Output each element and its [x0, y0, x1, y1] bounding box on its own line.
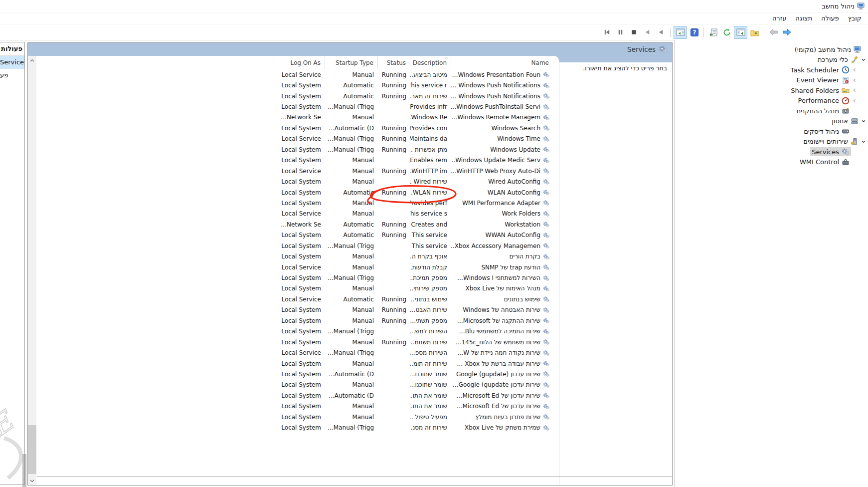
tree-item-label-wrap[interactable]: WMI Control [798, 158, 851, 167]
service-status[interactable] [377, 155, 410, 166]
service-log-on-as[interactable]: Local System [275, 422, 325, 433]
service-description[interactable]: שומר את התו… [410, 401, 451, 412]
service-name-cell[interactable]: Xbox Accessory Managemen… [451, 241, 553, 251]
service-status[interactable] [377, 422, 410, 433]
start-service-button[interactable] [655, 26, 667, 38]
service-name-cell[interactable]: WWAN AutoConfig [451, 230, 553, 241]
service-description[interactable]: מפעיל טיפול … [410, 412, 451, 422]
service-name-cell[interactable]: Windows PushToInstall Servi… [451, 101, 553, 112]
service-log-on-as[interactable]: Local System [275, 337, 325, 347]
service-log-on-as[interactable]: Network Se… [275, 219, 325, 230]
tree-item-label-wrap[interactable]: ניהול דיסקים [802, 127, 851, 136]
column-header-description[interactable]: Description [410, 56, 451, 69]
service-status[interactable] [377, 112, 410, 123]
service-description[interactable]: שימוש בנתוני… [410, 294, 451, 304]
service-name-cell[interactable]: שירות עדכון Google (gupdate) [451, 369, 553, 379]
service-log-on-as[interactable]: Local System [275, 187, 325, 198]
column-header-startup-type[interactable]: Startup Type [325, 56, 377, 69]
pause-service-button[interactable] [614, 26, 627, 38]
tree-item-label-wrap[interactable]: ניהול מחשב (מקומי) [793, 45, 863, 54]
service-startup-type[interactable]: Manual (Trigg… [325, 347, 377, 358]
service-status[interactable] [377, 176, 410, 187]
tree-item-1[interactable]: כלי מערכת [675, 55, 868, 65]
service-startup-type[interactable]: Manual [325, 337, 377, 347]
service-description[interactable]: שירות WLAN… [410, 187, 451, 198]
service-startup-type[interactable]: Manual (Trigg… [325, 326, 377, 337]
service-status[interactable]: Running [377, 123, 410, 133]
service-log-on-as[interactable]: Local System [275, 283, 325, 294]
service-description[interactable]: שירות Wired … [410, 176, 451, 187]
service-startup-type[interactable]: Manual [325, 358, 377, 369]
service-status[interactable]: Running [377, 91, 410, 101]
chevron-collapsed-icon[interactable] [851, 78, 858, 83]
service-status[interactable] [377, 390, 410, 401]
service-log-on-as[interactable]: Local System [275, 326, 325, 337]
service-description[interactable]: קבלת הודעות… [410, 262, 451, 272]
service-description[interactable]: This service s… [410, 209, 451, 219]
service-startup-type[interactable]: Manual [325, 380, 377, 390]
service-name-cell[interactable]: שירות עדכון של Microsoft Ed… [451, 401, 553, 412]
service-status[interactable]: Running [377, 230, 410, 241]
service-status[interactable] [377, 198, 410, 208]
resume-service-button[interactable] [641, 26, 654, 38]
scroll-down-button[interactable] [28, 477, 36, 485]
menu-item-1[interactable]: פעולה [817, 13, 844, 23]
service-startup-type[interactable]: Automatic [325, 230, 377, 241]
scrollbar-thumb[interactable] [28, 425, 36, 474]
service-status[interactable] [377, 283, 410, 294]
tree-item-6[interactable]: מנהל ההתקנים [675, 106, 868, 116]
actions-pane-item-0[interactable]: Services [0, 56, 24, 69]
service-log-on-as[interactable]: Local Service [275, 209, 325, 219]
service-startup-type[interactable]: Automatic [325, 294, 377, 304]
service-description[interactable]: אוכף בקרת ה… [410, 251, 451, 261]
tree-item-11[interactable]: WMI Control [675, 157, 868, 168]
service-log-on-as[interactable]: Local System [275, 101, 325, 112]
service-name-cell[interactable]: השירות למשתתפי Windows I… [451, 272, 553, 283]
service-description[interactable]: מספק תשתי… [410, 315, 451, 326]
service-description[interactable]: שומר שתוכנו… [410, 380, 451, 390]
service-description[interactable]: מספק תמיכת… [410, 272, 451, 283]
service-status[interactable] [377, 262, 410, 272]
service-name-cell[interactable]: שירות נקודה חמה ניידת של W… [451, 347, 553, 358]
service-name-cell[interactable]: שירות עדכון Google (gupdate… [451, 380, 553, 390]
service-description[interactable]: מספק שירותי… [410, 283, 451, 294]
show-console-tree-button[interactable] [734, 26, 747, 39]
service-status[interactable]: Running [377, 187, 410, 198]
tree-item-9[interactable]: שירותים ויישומים [675, 137, 868, 147]
service-log-on-as[interactable]: Local System [275, 390, 325, 401]
service-name-cell[interactable]: שירות ההתקנה של Microsoft… [451, 315, 553, 326]
service-startup-type[interactable]: Automatic (D… [325, 390, 377, 401]
service-description[interactable]: Provides infr… [410, 101, 451, 112]
service-name-cell[interactable]: שימוש בנתונים [451, 294, 553, 304]
service-log-on-as[interactable]: Local Service [275, 134, 325, 144]
service-startup-type[interactable]: Manual [325, 315, 377, 326]
export-list-button[interactable] [707, 26, 719, 38]
up-level-folder-button[interactable] [748, 26, 761, 38]
service-name-cell[interactable]: Windows Presentation Foun… [451, 69, 553, 80]
service-startup-type[interactable]: Manual [325, 412, 377, 422]
service-status[interactable] [377, 241, 410, 251]
service-log-on-as[interactable]: Local System [275, 123, 325, 133]
service-log-on-as[interactable]: Local System [275, 369, 325, 379]
service-name-cell[interactable]: בקרת הורים [451, 251, 553, 261]
service-status[interactable]: Running [377, 219, 410, 230]
service-startup-type[interactable]: Manual [325, 251, 377, 261]
service-name-cell[interactable]: Windows Push Notifications … [451, 80, 553, 90]
service-description[interactable]: שירות זה מאר… [410, 91, 451, 101]
service-startup-type[interactable]: Manual (Trigg… [325, 144, 377, 155]
service-description[interactable]: Maintains da… [410, 134, 451, 144]
service-name-cell[interactable]: הודעת trap של SNMP [451, 262, 553, 272]
service-name-cell[interactable]: שירות משתמש של הלוח_145c… [451, 337, 553, 347]
service-name-cell[interactable]: WMI Performance Adapter [451, 198, 553, 208]
service-startup-type[interactable]: Manual (Trigg… [325, 241, 377, 251]
service-startup-type[interactable]: Automatic (D… [325, 369, 377, 379]
service-log-on-as[interactable]: Local Service [275, 262, 325, 272]
service-startup-type[interactable]: Manual (Trigg… [325, 101, 377, 112]
service-startup-type[interactable]: Manual [325, 209, 377, 219]
chevron-expanded-icon[interactable] [860, 139, 867, 144]
vertical-scrollbar[interactable] [28, 56, 36, 485]
service-startup-type[interactable]: Automatic [325, 219, 377, 230]
tree-item-label-wrap[interactable]: Performance [797, 96, 851, 105]
tree-item-label-wrap[interactable]: Event Viewer [795, 76, 851, 85]
service-log-on-as[interactable]: Local System [275, 176, 325, 187]
